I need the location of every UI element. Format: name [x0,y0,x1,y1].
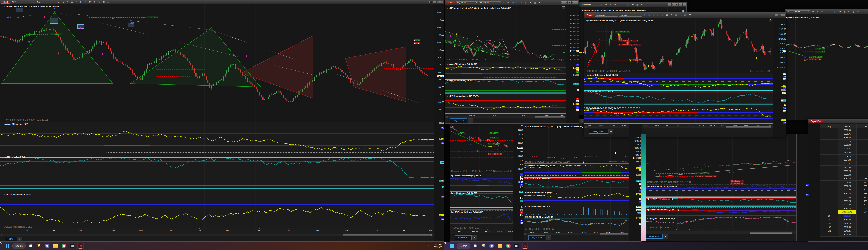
dom-buy-cell[interactable] [820,188,838,192]
dom-sell-cell[interactable] [857,128,868,132]
zoom-out-icon[interactable]: ⊖ [825,10,828,13]
price-axis[interactable]: 12200.0012150.0012100.0012050.0012000.00… [629,124,642,242]
chrome-app[interactable] [505,243,512,249]
ninjatrader-app[interactable]: N [522,243,528,249]
window-option-button[interactable]: ▢ [668,3,671,6]
new-tab-button[interactable]: + [472,236,477,240]
dom-buy-cell[interactable] [820,181,838,184]
window-option-button[interactable]: ▢ [429,1,433,3]
task-view-button[interactable] [472,243,478,249]
data-box-icon[interactable]: ▤ [84,1,87,3]
close-button[interactable]: ✕ [440,1,443,3]
bar-analyzer-icon[interactable]: ▥ [636,3,639,6]
scroll-left-button[interactable]: ◀ [524,233,526,235]
f-button[interactable]: F [769,19,772,22]
dom-sell-cell[interactable] [857,218,868,221]
dom-buy-cell[interactable] [820,128,838,132]
dom-buy-cell[interactable] [820,155,838,158]
time-axis[interactable]: 22FebMarAprMayJunJulAugSepOctNovDec23Feb… [0,228,444,234]
close-button[interactable]: ✕ [575,1,579,4]
dom-sell-cell[interactable]: 85 [857,207,868,211]
chart-window-tab[interactable]: Chart [1,1,10,4]
instrument-selector[interactable]: SPY∨ [11,1,35,3]
dom-buy-cell[interactable] [820,211,838,214]
scrollbar-thumb[interactable] [600,233,628,235]
instrument-selector[interactable]: NQ 03-23∨ [456,1,478,4]
dom-buy-cell[interactable] [820,199,838,203]
dom-buy-cell[interactable] [820,136,838,139]
scroll-left-button[interactable]: ◀ [585,126,587,128]
search-box[interactable]: Search [457,243,470,249]
dom-sell-cell[interactable] [857,169,868,173]
properties-icon[interactable]: ☰ [856,10,860,13]
dom-sell-cell[interactable] [857,147,868,151]
document-tab[interactable]: NQ 03-23 [646,234,663,239]
minimize-button[interactable]: − [675,3,678,6]
zoom-out-icon[interactable]: ⊖ [618,3,621,6]
dom-buy-cell[interactable] [820,169,838,173]
taskbar-clock[interactable]: 9:13 AM3/2/2023 [434,243,442,249]
dom-buy-cell[interactable]: 168 [820,225,838,229]
chart-scrollbar[interactable]: ◀▶ [641,231,809,234]
dom-buy-cell[interactable] [820,143,838,147]
chart-style-icon[interactable]: ılı [580,120,584,123]
dom-sell-cell[interactable] [857,155,868,158]
document-tab[interactable]: NQ 03-23 [528,236,546,240]
dom-sell-cell[interactable] [857,229,868,233]
properties-icon[interactable]: ☰ [688,14,691,17]
tray-expand-chevron[interactable]: ^ [428,245,429,247]
dom-buy-cell[interactable] [820,166,838,169]
restore-button[interactable]: ❐ [571,1,575,4]
scrollbar-thumb[interactable] [750,231,792,233]
chart-style-icon[interactable]: ılı [811,10,815,13]
dom-buy-cell[interactable] [820,177,838,181]
zoom-in-icon[interactable]: ⊕ [511,1,515,4]
dom-sell-cell[interactable] [857,233,868,237]
alerts-icon[interactable]: ⚑ [529,1,532,4]
f-button[interactable]: F [682,9,685,12]
zoom-out-icon[interactable]: ⊖ [516,1,519,4]
dom-sell-cell[interactable] [857,151,868,154]
dom-buy-cell[interactable]: 170 [820,233,838,237]
scrollbar-thumb[interactable] [535,116,564,118]
dom-buy-cell[interactable]: 245 [820,222,838,225]
superdom-tab[interactable]: SuperDOM [809,120,823,123]
dom-buy-cell[interactable] [820,139,838,143]
properties-icon[interactable]: ☰ [106,1,110,3]
ninjatrader-app[interactable]: N [77,243,84,249]
dom-sell-cell[interactable]: 233 [857,177,868,181]
scrollbar-thumb[interactable] [726,126,771,128]
dom-sell-cell[interactable] [857,158,868,162]
dom-buy-cell[interactable] [820,158,838,162]
interval-selector[interactable]: Daily∨ [36,1,60,3]
file-explorer-app[interactable] [52,243,59,249]
search-box[interactable]: Search [12,243,26,249]
alerts-icon[interactable]: ⚑ [88,1,92,3]
data-box-icon[interactable]: ▤ [524,1,528,4]
dom-sell-cell[interactable]: 223 [857,181,868,184]
dom-sell-cell[interactable] [857,143,868,147]
chart-style-icon[interactable]: ılı [61,1,65,3]
price-axis[interactable]: 1225012200121501210012050120001195011900… [513,124,524,242]
minimize-button[interactable]: − [433,1,436,3]
line-tool-icon[interactable]: ∿ [847,10,851,13]
video-call-app[interactable] [44,243,51,249]
dom-buy-cell[interactable] [820,162,838,166]
start-button[interactable] [448,243,455,249]
scroll-left-button[interactable]: ◀ [1,234,2,236]
dom-buy-cell[interactable]: 150 [820,218,838,221]
zoom-out-icon[interactable]: ⊖ [75,1,78,3]
document-tab[interactable]: SPY [5,237,17,241]
dom-sell-cell[interactable]: 129 [857,195,868,199]
dom-buy-cell[interactable] [820,132,838,136]
zoom-in-icon[interactable]: ⊕ [613,3,617,6]
interval-selector[interactable]: 480 Minute∨ [580,3,603,6]
price-axis[interactable]: 480.00470.00460.00450.00440.00430.00420.… [434,4,444,242]
more-icon[interactable]: ▼ [538,1,541,4]
minimize-button[interactable]: − [775,14,778,17]
f-button[interactable]: F [562,6,565,9]
interval-selector[interactable]: 60 Minute∨ [479,1,501,4]
dom-buy-cell[interactable] [820,195,838,199]
cursor-icon[interactable]: ➤ [79,1,83,3]
new-tab-button[interactable]: + [609,129,613,134]
